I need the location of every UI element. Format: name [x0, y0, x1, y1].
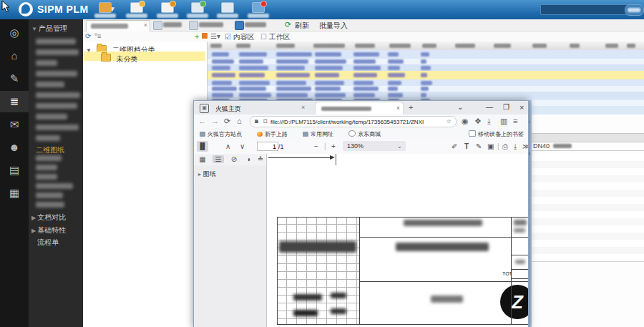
table-row[interactable] [208, 50, 644, 59]
freetext-tool-icon[interactable]: T [464, 142, 469, 150]
redacted-label [157, 14, 178, 18]
add-image-tool-icon[interactable]: ▣ [487, 142, 494, 150]
shield-icon[interactable]: ◙ [255, 118, 258, 125]
redacted-menu-item [36, 192, 63, 198]
zoom-out-icon[interactable]: − [314, 142, 318, 150]
rail-data-icon[interactable]: ≣ [0, 91, 29, 112]
panel-row[interactable] [532, 254, 644, 262]
zoom-level-select[interactable]: 130% ⌄ [343, 141, 406, 151]
table-row[interactable] [208, 59, 644, 64]
download-icon[interactable]: ⤓ [514, 142, 517, 151]
draw-tool-icon[interactable]: ✎ [476, 142, 482, 150]
next-page-icon[interactable]: ∨ [240, 142, 245, 150]
table-row[interactable] [208, 92, 644, 98]
close-window-icon[interactable]: × [519, 103, 524, 112]
account-icon[interactable]: ◉ [462, 117, 469, 126]
previous-page-icon[interactable]: ∧ [225, 142, 230, 150]
workspace-checkbox[interactable]: ☐ 工作区 [260, 32, 291, 42]
rail-edit-icon[interactable]: ✎ [0, 68, 29, 89]
page-info-icon[interactable]: 🗋 [263, 118, 268, 125]
topbar-pill-button[interactable] [625, 4, 644, 16]
maximize-window-icon[interactable]: ❐ [503, 103, 509, 111]
close-tab-icon[interactable]: × [144, 21, 147, 29]
content-tab[interactable]: × [86, 20, 150, 31]
back-icon[interactable]: ← [198, 117, 206, 125]
tree-refresh-icon[interactable]: ⟳ [85, 32, 91, 40]
pdf-sidebar-toggle-icon[interactable]: ▐▌ [197, 141, 208, 152]
sidebar-group-doc-compare[interactable]: ▶文档对比 [31, 213, 66, 223]
redacted-cell [421, 59, 426, 64]
reload-icon[interactable]: ⟳ [224, 117, 230, 126]
menu-icon[interactable]: ≡ [513, 117, 517, 125]
online-users-button[interactable] [245, 1, 272, 18]
redacted-cell [239, 59, 263, 64]
outline-view-icon[interactable]: ☰ [213, 155, 224, 163]
checkin-button[interactable] [189, 21, 229, 29]
forward-icon[interactable]: → [211, 117, 219, 125]
print-icon[interactable]: ⎙ [502, 142, 508, 151]
tree-node-unclassified-selected[interactable]: 未分类 [84, 52, 205, 61]
rail-apps-icon[interactable]: ▦ [0, 182, 29, 204]
minimize-window-icon[interactable]: — [486, 103, 493, 111]
rail-search-icon[interactable]: ◎ [0, 22, 29, 44]
outline-options-icon[interactable]: ≛ [255, 155, 266, 163]
refresh-button[interactable]: ⟳刷新 [285, 21, 318, 29]
messages-button[interactable] [214, 1, 241, 18]
rail-home-icon[interactable]: ⌂ [0, 45, 29, 67]
bookmark-folder-mobile[interactable]: 移动设备上的书签 [469, 130, 524, 138]
new-tab-button[interactable]: + [409, 103, 413, 112]
sidebar-group-basic-props[interactable]: ▶基础特性 [31, 225, 66, 235]
workspace-view-button[interactable] [235, 21, 272, 29]
highlight-tool-icon[interactable]: ✐ [452, 142, 457, 150]
sidebar-item-2d-drawings-active[interactable]: 二维图纸 [36, 145, 64, 155]
thumbnails-view-icon[interactable]: ▦ [197, 155, 208, 163]
title-block-grid [277, 217, 359, 324]
panel-value-row[interactable]: DN40 [532, 142, 644, 151]
bookmark-folder-common-sites[interactable]: 常用网址 [303, 130, 333, 138]
browser-tab-home[interactable]: 火狐主页 [215, 104, 241, 114]
global-search-input[interactable] [540, 4, 628, 15]
table-row-selected[interactable] [208, 71, 644, 79]
redacted-cell [388, 81, 401, 85]
more-tools-icon[interactable]: ≫ [522, 142, 529, 150]
list-tabs-icon[interactable]: ⌄ [457, 103, 463, 111]
table-row[interactable] [208, 79, 644, 86]
redacted-drawing-text [293, 310, 318, 316]
browser-tab-active[interactable]: × [316, 102, 403, 114]
bookmark-star-icon[interactable]: ☆ [447, 118, 452, 125]
send-flow-button[interactable] [184, 1, 211, 18]
add-node-icon[interactable]: + [195, 32, 199, 41]
close-tab-icon[interactable]: × [396, 104, 400, 112]
sidebar-toggle-icon[interactable]: ▥ [500, 117, 507, 126]
save-page-icon[interactable]: ⤓ [487, 117, 491, 126]
content-area-checkbox[interactable]: ☑ 内容区 [225, 32, 255, 42]
alert-tasks-button[interactable] [123, 1, 150, 18]
attachments-view-icon[interactable]: ⊘ [228, 155, 240, 163]
zoom-in-icon[interactable]: + [331, 142, 336, 150]
outline-item-drawing[interactable]: ▸ 图纸 [198, 170, 216, 179]
overdue-tasks-button[interactable] [154, 1, 181, 18]
tree-settings-icon[interactable]: °≡ [94, 32, 102, 40]
list-view-dropdown[interactable]: ☰▾ [210, 32, 220, 40]
sidebar-group-flow-list[interactable]: 流程单 [37, 238, 59, 248]
address-bar[interactable]: ◙ 🗋 file:///D:/PLM7115/client/working/te… [250, 116, 457, 127]
rail-library-icon[interactable]: ▤ [0, 160, 29, 181]
extensions-icon[interactable]: ❖ [474, 117, 482, 126]
table-row[interactable] [208, 64, 644, 71]
bookmark-getting-started[interactable]: 新手上路 [257, 130, 288, 138]
firefox-view-icon[interactable]: ▣ [200, 104, 209, 113]
rail-user-icon[interactable]: ☻ [0, 137, 29, 158]
documents-table [208, 42, 644, 102]
close-tab-icon[interactable]: × [301, 104, 305, 111]
todo-tasks-button[interactable] [92, 1, 119, 18]
home-icon[interactable]: ⌂ [237, 117, 242, 125]
layers-view-icon[interactable]: ◑ [243, 155, 254, 163]
bookmark-jd-mall[interactable]: 京东商城 [348, 130, 381, 138]
tree-action-icon[interactable] [202, 33, 208, 39]
batch-import-button[interactable]: 批量导入 [319, 21, 362, 29]
bookmark-folder-firefox-official[interactable]: 火狐官方站点 [200, 130, 242, 138]
page-number-input[interactable] [257, 142, 278, 151]
checkout-button[interactable] [153, 21, 185, 29]
rail-message-icon[interactable]: ✉ [0, 114, 29, 135]
table-row[interactable] [208, 86, 644, 92]
